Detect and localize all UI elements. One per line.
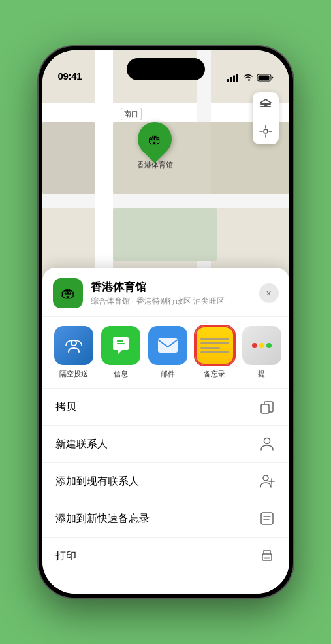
svg-rect-28 [264,557,270,559]
action-list: 拷贝 新建联系人 [42,389,289,574]
marker-pin: 🏟 [131,115,179,163]
svg-point-9 [264,129,268,133]
map-road-h [42,103,289,122]
print-icon [258,547,276,565]
wifi-icon [243,74,253,82]
sheet-close-button[interactable]: × [259,283,279,303]
notes-line-4 [200,351,229,353]
signal-icon [227,74,239,82]
notes-icon [195,326,234,365]
venue-icon: 🏟 [53,278,83,308]
person-icon [258,435,276,453]
svg-rect-5 [258,76,269,80]
action-print-text: 打印 [55,549,76,563]
action-new-contact-text: 新建联系人 [55,438,108,451]
map-block2 [42,122,95,194]
notes-lines [197,332,233,359]
bottom-sheet: 🏟 香港体育馆 综合体育馆 · 香港特别行政区 油尖旺区 × [42,268,289,594]
action-new-contact[interactable]: 新建联系人 [42,426,289,463]
person-add-icon [258,472,276,491]
note-icon [258,509,276,528]
action-copy[interactable]: 拷贝 [42,389,289,426]
notes-label: 备忘录 [204,369,225,379]
stadium-marker[interactable]: 🏟 香港体育馆 [137,122,173,170]
svg-rect-16 [117,340,123,342]
battery-icon [257,74,274,82]
more-icon [242,326,281,365]
map-controls [253,92,279,144]
venue-info: 香港体育馆 综合体育馆 · 香港特别行政区 油尖旺区 [91,280,259,307]
share-item-more[interactable]: 提 [241,326,283,379]
svg-point-14 [71,340,76,346]
svg-marker-8 [260,99,271,106]
action-print[interactable]: 打印 [42,538,289,574]
sheet-header: 🏟 香港体育馆 综合体育馆 · 香港特别行政区 油尖旺区 × [42,268,289,317]
dynamic-island [127,58,205,80]
status-icons [227,74,274,82]
more-label: 提 [258,369,265,379]
notes-line-2 [200,342,229,344]
svg-point-20 [264,438,270,444]
action-copy-text: 拷贝 [55,400,76,414]
dot-green [266,343,272,348]
venue-sub: 综合体育馆 · 香港特别行政区 油尖旺区 [91,296,259,307]
svg-rect-3 [236,74,238,82]
messages-icon [101,326,140,365]
map-layer-button[interactable] [253,92,279,118]
svg-point-21 [263,475,268,481]
svg-rect-1 [230,77,232,82]
action-add-contact-text: 添加到现有联系人 [55,475,139,489]
airdrop-label: 隔空投送 [59,369,88,379]
status-time: 09:41 [58,71,82,82]
svg-rect-17 [158,338,178,353]
share-item-airdrop[interactable]: 隔空投送 [53,326,95,379]
share-item-messages[interactable]: 信息 [100,326,142,379]
svg-rect-19 [261,404,269,413]
svg-rect-0 [227,79,229,82]
svg-rect-2 [233,76,235,82]
svg-rect-24 [261,513,273,524]
action-add-notes-text: 添加到新快速备忘录 [55,512,150,526]
copy-icon [258,398,276,416]
share-row: 隔空投送 信息 [42,317,289,389]
map-label-nankou: 南口 [121,108,142,120]
dot-red [252,343,257,348]
messages-label: 信息 [114,369,128,379]
share-item-notes[interactable]: 备忘录 [194,326,236,379]
airdrop-icon [54,326,93,365]
mail-label: 邮件 [161,369,175,379]
phone-screen: 09:41 [42,50,289,594]
action-add-to-contact[interactable]: 添加到现有联系人 [42,463,289,500]
dot-yellow [259,343,264,348]
phone-frame: 09:41 [39,46,293,598]
svg-rect-15 [117,343,125,344]
notes-line-1 [200,338,229,340]
venue-name: 香港体育馆 [91,280,259,295]
action-add-to-notes[interactable]: 添加到新快速备忘录 [42,500,289,538]
mail-icon [148,326,187,365]
map-road-h2 [42,194,289,208]
map-block3 [113,208,217,261]
share-item-mail[interactable]: 邮件 [147,326,189,379]
notes-line-3 [200,347,221,349]
marker-stadium-icon: 🏟 [148,132,161,147]
map-location-button[interactable] [253,118,279,144]
